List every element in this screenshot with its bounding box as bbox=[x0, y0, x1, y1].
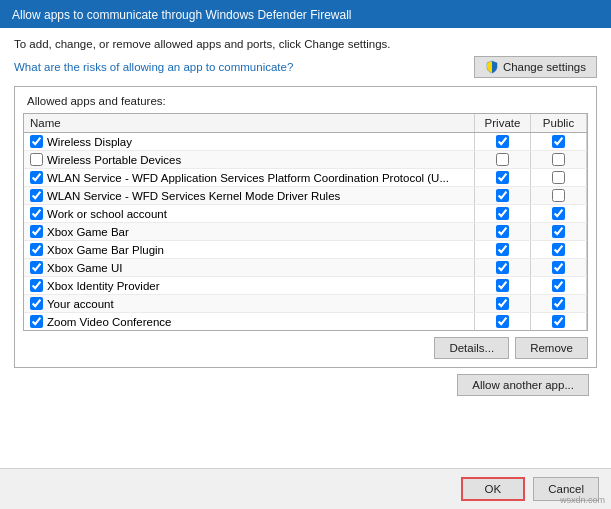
row-private-cell bbox=[475, 151, 531, 168]
row-app-name: Xbox Game UI bbox=[47, 262, 122, 274]
row-private-checkbox[interactable] bbox=[496, 315, 509, 328]
row-public-checkbox[interactable] bbox=[552, 189, 565, 202]
row-public-checkbox[interactable] bbox=[552, 207, 565, 220]
row-name-cell: Wireless Portable Devices bbox=[24, 151, 475, 168]
row-public-checkbox[interactable] bbox=[552, 243, 565, 256]
row-private-checkbox[interactable] bbox=[496, 297, 509, 310]
row-enable-checkbox[interactable] bbox=[30, 189, 43, 202]
row-private-checkbox[interactable] bbox=[496, 207, 509, 220]
row-public-cell bbox=[531, 169, 587, 186]
row-private-checkbox[interactable] bbox=[496, 279, 509, 292]
row-public-checkbox[interactable] bbox=[552, 171, 565, 184]
row-enable-checkbox[interactable] bbox=[30, 171, 43, 184]
row-app-name: WLAN Service - WFD Application Services … bbox=[47, 172, 449, 184]
col-header-name: Name bbox=[24, 114, 475, 132]
row-name-cell: Zoom Video Conference bbox=[24, 313, 475, 330]
table-row: Wireless Portable Devices bbox=[24, 151, 587, 169]
row-private-checkbox[interactable] bbox=[496, 135, 509, 148]
row-private-checkbox[interactable] bbox=[496, 243, 509, 256]
col-header-private: Private bbox=[475, 114, 531, 132]
row-app-name: Xbox Game Bar bbox=[47, 226, 129, 238]
remove-button[interactable]: Remove bbox=[515, 337, 588, 359]
watermark: wsxdn.com bbox=[560, 495, 605, 505]
row-app-name: Wireless Display bbox=[47, 136, 132, 148]
row-enable-checkbox[interactable] bbox=[30, 207, 43, 220]
row-name-cell: Xbox Identity Provider bbox=[24, 277, 475, 294]
row-public-checkbox[interactable] bbox=[552, 261, 565, 274]
table-row: WLAN Service - WFD Application Services … bbox=[24, 169, 587, 187]
row-enable-checkbox[interactable] bbox=[30, 225, 43, 238]
row-enable-checkbox[interactable] bbox=[30, 135, 43, 148]
row-enable-checkbox[interactable] bbox=[30, 261, 43, 274]
row-private-checkbox[interactable] bbox=[496, 153, 509, 166]
row-app-name: Zoom Video Conference bbox=[47, 316, 171, 328]
row-name-cell: Your account bbox=[24, 295, 475, 312]
table-row: Zoom Video Conference bbox=[24, 313, 587, 330]
table-row: Xbox Game Bar bbox=[24, 223, 587, 241]
row-name-cell: Xbox Game Bar bbox=[24, 223, 475, 240]
row-public-cell bbox=[531, 277, 587, 294]
row-private-checkbox[interactable] bbox=[496, 189, 509, 202]
row-private-checkbox[interactable] bbox=[496, 261, 509, 274]
apps-table-body: Wireless DisplayWireless Portable Device… bbox=[24, 133, 587, 330]
row-enable-checkbox[interactable] bbox=[30, 243, 43, 256]
row-public-cell bbox=[531, 187, 587, 204]
row-private-cell bbox=[475, 295, 531, 312]
row-enable-checkbox[interactable] bbox=[30, 297, 43, 310]
row-public-cell bbox=[531, 223, 587, 240]
row-private-cell bbox=[475, 187, 531, 204]
row-public-cell bbox=[531, 241, 587, 258]
row-public-cell bbox=[531, 151, 587, 168]
row-name-cell: Xbox Game Bar Plugin bbox=[24, 241, 475, 258]
row-app-name: Work or school account bbox=[47, 208, 167, 220]
change-settings-button[interactable]: Change settings bbox=[474, 56, 597, 78]
row-enable-checkbox[interactable] bbox=[30, 153, 43, 166]
panel-label: Allowed apps and features: bbox=[23, 95, 596, 107]
row-name-cell: Work or school account bbox=[24, 205, 475, 222]
ok-button[interactable]: OK bbox=[461, 477, 526, 501]
allow-another-button[interactable]: Allow another app... bbox=[457, 374, 589, 396]
details-button[interactable]: Details... bbox=[434, 337, 509, 359]
row-public-cell bbox=[531, 133, 587, 150]
table-row: WLAN Service - WFD Services Kernel Mode … bbox=[24, 187, 587, 205]
row-enable-checkbox[interactable] bbox=[30, 315, 43, 328]
row-public-checkbox[interactable] bbox=[552, 297, 565, 310]
title-text: Allow apps to communicate through Window… bbox=[12, 8, 352, 22]
table-row: Xbox Game UI bbox=[24, 259, 587, 277]
row-private-cell bbox=[475, 241, 531, 258]
row-public-checkbox[interactable] bbox=[552, 153, 565, 166]
col-header-public: Public bbox=[531, 114, 587, 132]
row-private-cell bbox=[475, 133, 531, 150]
shield-icon bbox=[485, 60, 499, 74]
risks-link[interactable]: What are the risks of allowing an app to… bbox=[14, 61, 293, 73]
row-public-cell bbox=[531, 259, 587, 276]
row-public-cell bbox=[531, 313, 587, 330]
row-public-checkbox[interactable] bbox=[552, 225, 565, 238]
subtitle: To add, change, or remove allowed apps a… bbox=[14, 38, 597, 50]
row-private-checkbox[interactable] bbox=[496, 171, 509, 184]
row-public-cell bbox=[531, 205, 587, 222]
row-app-name: Xbox Game Bar Plugin bbox=[47, 244, 164, 256]
row-public-checkbox[interactable] bbox=[552, 279, 565, 292]
row-private-cell bbox=[475, 169, 531, 186]
row-private-cell bbox=[475, 313, 531, 330]
table-row: Xbox Game Bar Plugin bbox=[24, 241, 587, 259]
row-private-cell bbox=[475, 277, 531, 294]
row-private-checkbox[interactable] bbox=[496, 225, 509, 238]
row-app-name: Xbox Identity Provider bbox=[47, 280, 160, 292]
row-private-cell bbox=[475, 223, 531, 240]
row-name-cell: Wireless Display bbox=[24, 133, 475, 150]
row-public-checkbox[interactable] bbox=[552, 315, 565, 328]
row-enable-checkbox[interactable] bbox=[30, 279, 43, 292]
row-name-cell: WLAN Service - WFD Application Services … bbox=[24, 169, 475, 186]
row-name-cell: Xbox Game UI bbox=[24, 259, 475, 276]
row-app-name: WLAN Service - WFD Services Kernel Mode … bbox=[47, 190, 340, 202]
row-public-cell bbox=[531, 295, 587, 312]
table-row: Work or school account bbox=[24, 205, 587, 223]
row-private-cell bbox=[475, 205, 531, 222]
table-row: Wireless Display bbox=[24, 133, 587, 151]
table-row: Xbox Identity Provider bbox=[24, 277, 587, 295]
row-name-cell: WLAN Service - WFD Services Kernel Mode … bbox=[24, 187, 475, 204]
row-app-name: Wireless Portable Devices bbox=[47, 154, 181, 166]
row-public-checkbox[interactable] bbox=[552, 135, 565, 148]
